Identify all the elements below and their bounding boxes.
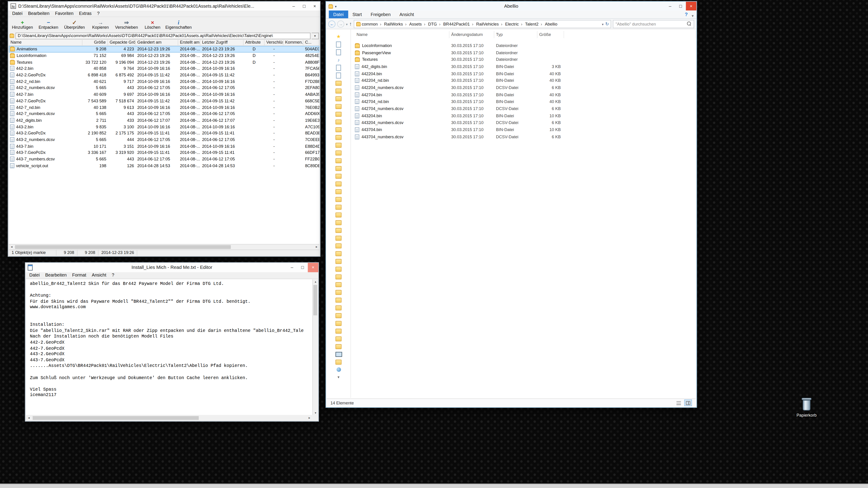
help-icon[interactable]: ?	[685, 11, 688, 17]
archive-file-row[interactable]: 442-7.GeoPcDx 7 543 589 7 518 674 2014-0…	[9, 98, 319, 104]
close-button[interactable]: ×	[308, 263, 318, 272]
scroll-left-icon[interactable]	[9, 245, 14, 250]
archive-file-row[interactable]: 442-2.GeoPcDx 6 898 418 6 875 492 2014-0…	[9, 72, 319, 78]
nav-pane-icon[interactable]	[327, 319, 351, 327]
qat-dropdown-icon[interactable]	[335, 4, 337, 8]
archive-file-row[interactable]: 442-7.bin 40 609 9 697 2014-10-09 16:16 …	[9, 91, 319, 98]
scroll-right-icon[interactable]	[307, 415, 312, 420]
archive-horizontal-scrollbar[interactable]	[9, 244, 319, 250]
nav-pane-icon[interactable]	[327, 281, 351, 288]
nav-pane-icon[interactable]	[327, 64, 351, 71]
nav-pane-icon[interactable]	[327, 40, 351, 48]
nav-pane-icon[interactable]	[327, 343, 351, 350]
nav-pane-icon[interactable]	[327, 250, 351, 257]
notepad-text-area[interactable]: abellio_Br442_Talent2 Skin für das Br442…	[26, 280, 312, 415]
nav-pane-icon[interactable]	[327, 211, 351, 219]
breadcrumb-item[interactable]: Assets	[404, 21, 423, 26]
nav-pane-icon[interactable]	[327, 172, 351, 180]
archive-file-row[interactable]: 442-2.bin 40 858 9 764 2014-10-09 16:16 …	[9, 65, 319, 72]
recycle-bin[interactable]: Papierkorb	[793, 396, 820, 418]
nav-pane-icon[interactable]	[327, 288, 351, 296]
ribbon-tab[interactable]: Start	[348, 11, 366, 18]
nav-pane-icon[interactable]	[327, 164, 351, 172]
scroll-down-icon[interactable]	[313, 411, 318, 415]
scroll-left-icon[interactable]	[26, 415, 31, 420]
breadcrumb-item[interactable]: Talent2	[520, 21, 539, 26]
explorer-file-row[interactable]: 442704.bin 30.03.2015 17:10 BIN-Datei 40…	[351, 91, 696, 98]
breadcrumb-item[interactable]: Electric	[500, 21, 520, 26]
explorer-titlebar[interactable]: Abellio – □ ×	[326, 2, 696, 10]
scrollbar-thumb[interactable]	[15, 245, 231, 249]
explorer-file-row[interactable]: Textures 30.03.2015 17:10 Dateiordner	[351, 56, 696, 63]
nav-pane-icon[interactable]	[327, 273, 351, 281]
explorer-file-row[interactable]: 442704_nd.bin 30.03.2015 17:10 BIN-Datei…	[351, 98, 696, 105]
archive-file-row[interactable]: 443-2.bin 9 835 3 100 2014-10-09 16:16 2…	[9, 124, 319, 130]
explorer-file-row[interactable]: 443704.bin 30.03.2015 17:10 BIN-Datei 10…	[351, 126, 696, 133]
nav-pane-icon[interactable]	[327, 95, 351, 102]
menu-item[interactable]: Ansicht	[89, 273, 109, 278]
archive-address-input[interactable]	[16, 32, 311, 39]
toolbar-button[interactable]: × Löschen	[140, 17, 165, 32]
archive-file-row[interactable]: 443-2_numbers.dcsv 5 665 444 2014-06-12 …	[9, 136, 319, 143]
details-view-icon[interactable]	[675, 399, 682, 406]
minimize-button[interactable]: –	[288, 2, 299, 10]
search-icon[interactable]	[687, 22, 691, 26]
nav-pane-icon[interactable]	[327, 265, 351, 273]
nav-pane-icon[interactable]	[327, 373, 351, 381]
nav-pane-icon[interactable]	[327, 234, 351, 242]
close-button[interactable]: ×	[686, 2, 696, 10]
breadcrumb-item[interactable]: Abellio	[539, 21, 558, 26]
up-icon[interactable]	[349, 21, 352, 26]
nav-pane-icon[interactable]	[327, 102, 351, 110]
nav-pane-icon[interactable]	[327, 110, 351, 118]
nav-pane-icon[interactable]	[327, 56, 351, 64]
ribbon-tab[interactable]: Ansicht	[395, 11, 418, 18]
nav-pane-icon[interactable]	[327, 141, 351, 149]
archive-file-row[interactable]: 442-2_nd.bin 40 621 9 717 2014-10-09 16:…	[9, 78, 319, 85]
explorer-file-row[interactable]: 442204.bin 30.03.2015 17:10 BIN-Datei 40…	[351, 70, 696, 77]
column-header-accessed[interactable]: Letzter Zugriff	[200, 40, 244, 45]
nav-pane-icon[interactable]	[327, 79, 351, 87]
ribbon-expand-icon[interactable]	[692, 10, 694, 19]
maximize-button[interactable]: □	[675, 2, 686, 10]
minimize-button[interactable]: –	[665, 2, 675, 10]
column-header-modified[interactable]: Geändert am	[135, 40, 178, 45]
explorer-file-row[interactable]: 442204_nd.bin 30.03.2015 17:10 BIN-Datei…	[351, 77, 696, 84]
notepad-horizontal-scrollbar[interactable]	[26, 415, 312, 420]
archive-file-row[interactable]: 443-2.GeoPcDx 2 190 852 2 175 175 2014-0…	[9, 130, 319, 136]
column-header-size[interactable]: Größe	[83, 40, 108, 45]
toolbar-button[interactable]: ⇒ Verschieben	[114, 17, 140, 32]
menu-item[interactable]: Favoriten	[52, 11, 76, 16]
menu-item[interactable]: Bearbeiten	[25, 11, 52, 16]
nav-pane-icon[interactable]	[327, 203, 351, 211]
breadcrumb-item[interactable]: BR442Pack01	[438, 21, 471, 26]
toolbar-button[interactable]: + Hinzufügen	[9, 17, 35, 32]
archive-file-row[interactable]: LocoInformation 71 152 69 984 2014-12-23…	[9, 53, 319, 59]
archive-file-row[interactable]: 443-7.GeoPcDx 3 336 167 3 319 920 2014-0…	[9, 149, 319, 156]
nav-pane-icon[interactable]	[327, 366, 351, 373]
ribbon-tab[interactable]: Freigeben	[366, 11, 395, 18]
recent-locations-icon[interactable]	[346, 22, 348, 26]
explorer-file-row[interactable]: LocoInformation 30.03.2015 17:10 Dateior…	[351, 42, 696, 49]
toolbar-button[interactable]: ✓ Überprüfen	[61, 17, 88, 32]
menu-item[interactable]: Datei	[27, 273, 42, 278]
scroll-up-icon[interactable]	[313, 280, 318, 283]
menu-item[interactable]: Format	[69, 273, 89, 278]
explorer-file-row[interactable]: 443204_numbers.dcsv 30.03.2015 17:10 DCS…	[351, 119, 696, 126]
nav-pane-icon[interactable]	[327, 226, 351, 234]
explorer-file-row[interactable]: 442_digits.bin 30.03.2015 17:10 BIN-Date…	[351, 63, 696, 70]
nav-pane-icon[interactable]	[327, 87, 351, 94]
nav-pane-icon[interactable]	[327, 327, 351, 335]
search-input[interactable]	[616, 21, 687, 26]
nav-pane-icon[interactable]	[327, 188, 351, 195]
forward-icon[interactable]	[337, 20, 344, 27]
menu-item[interactable]: ?	[109, 273, 117, 278]
column-header-crc[interactable]: C...	[303, 40, 319, 45]
refresh-icon[interactable]	[605, 21, 609, 26]
archive-titlebar[interactable]: D:\SteamLibrary\SteamApps\common\RailWor…	[8, 2, 320, 10]
back-icon[interactable]	[328, 20, 336, 27]
explorer-file-row[interactable]: 442704_numbers.dcsv 30.03.2015 17:10 DCS…	[351, 105, 696, 112]
archive-file-row[interactable]: 442-7_numbers.dcsv 5 665 443 2014-06-12 …	[9, 110, 319, 117]
archive-file-row[interactable]: 443-7.bin 10 171 3 151 2014-10-09 16:16 …	[9, 143, 319, 150]
taskbar[interactable]	[0, 484, 868, 488]
